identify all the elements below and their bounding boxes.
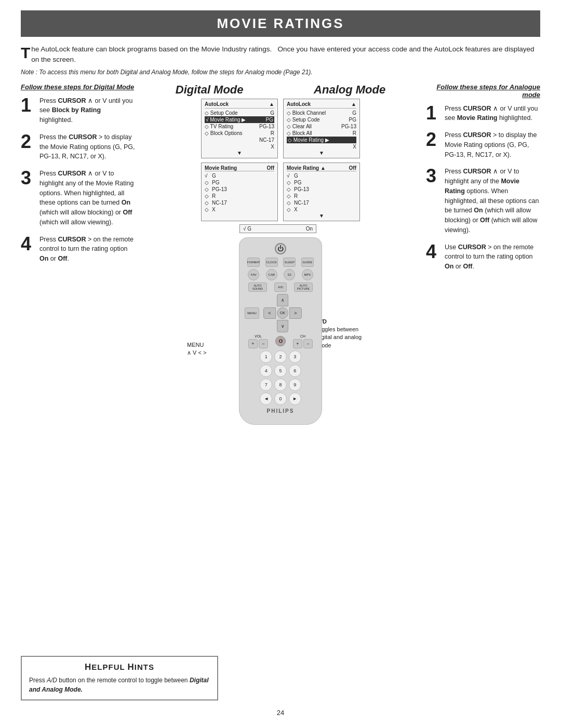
analog-step-number-2: 2 xyxy=(426,130,440,159)
ds2-item-5: ◇NC-17 xyxy=(205,199,274,206)
analog-step-4: 4 Use CURSOR > on the remote control to … xyxy=(426,242,540,272)
menu-label: MENU xyxy=(187,342,204,348)
mode-labels: Digital Mode Analog Mode xyxy=(140,83,421,97)
num-2-button[interactable]: 2 xyxy=(274,350,287,363)
vol-buttons: + − xyxy=(248,339,268,348)
top-buttons-row: FORMAT CLOCK SLEEP GUIDE xyxy=(245,258,316,267)
analog-screen2-title: Movie Rating ▲Off xyxy=(287,165,356,171)
vol-plus-button[interactable]: + xyxy=(248,339,258,348)
guide-button[interactable]: GUIDE xyxy=(301,258,314,267)
analog-step-text-1: Press CURSOR ∧ or V until you see Movie … xyxy=(445,104,540,124)
ch-minus-button[interactable]: − xyxy=(303,339,313,348)
ok-button[interactable]: OK xyxy=(277,307,288,319)
ad-button[interactable]: A/D xyxy=(274,282,287,292)
nav-right-button[interactable]: > xyxy=(289,307,302,319)
as1-item-3: ◇ Clear AllPG-13 xyxy=(287,123,356,130)
second-buttons-row: FAV CAB S2 MP3 xyxy=(245,269,316,280)
num-8-button[interactable]: 8 xyxy=(274,379,287,391)
analog-step-text-2: Press CURSOR > to display the Movie Rati… xyxy=(445,130,540,159)
num-1-button[interactable]: 1 xyxy=(260,350,272,363)
ds2-item-6: ◇X xyxy=(205,206,274,213)
step-text-3: Press CURSOR ∧ or V to highlight any of … xyxy=(39,169,135,227)
bottom-bar-right: On xyxy=(306,226,313,232)
digital-screen-1: AutoLock▲ ◇ Setup CodeG √ Movie Rating ▶… xyxy=(201,99,278,158)
power-button-row: ⏻ xyxy=(245,243,316,254)
ds2-item-4: ◇R xyxy=(205,193,274,199)
as1-item-1: ◇ Block ChannelG xyxy=(287,110,356,116)
ds2-item-2: ◇PG xyxy=(205,179,274,186)
as2-item-3: ◇PG-13 xyxy=(287,186,356,193)
drop-cap: T xyxy=(21,45,30,61)
ad-label: A/D xyxy=(317,318,374,326)
mp3-button[interactable]: MP3 xyxy=(302,269,313,280)
as1-item-5: ◇ Movie Rating ▶ xyxy=(287,137,356,143)
num-5-button[interactable]: 5 xyxy=(274,365,287,377)
ch-controls: CH + − xyxy=(293,334,313,348)
digital-step-1: 1 Press CURSOR ∧ or V until you see Bloc… xyxy=(21,96,135,125)
menu-button[interactable]: MENU xyxy=(245,307,259,319)
step-number-1: 1 xyxy=(21,96,35,125)
digital-screen-2: Movie RatingOff √G ◇PG ◇PG-13 ◇R ◇NC-17 … xyxy=(201,163,278,221)
vol-minus-button[interactable]: − xyxy=(259,339,268,348)
title-bar: MOVIE RATINGS xyxy=(21,10,540,37)
power-button[interactable]: ⏻ xyxy=(275,243,286,254)
nav-cluster: ∧ ∨ < > OK xyxy=(263,294,302,332)
mute-button[interactable]: 🔇 xyxy=(275,336,286,346)
vol-controls: VOL + − xyxy=(248,334,268,348)
s2-button[interactable]: S2 xyxy=(284,269,295,280)
num-9-button[interactable]: 9 xyxy=(289,379,301,391)
analog-screen1-title: AutoLock▲ xyxy=(287,101,356,109)
num-3-button[interactable]: 3 xyxy=(289,350,301,363)
auto-picture-button[interactable]: AUTO PICTURE xyxy=(294,282,313,292)
nav-left-button[interactable]: < xyxy=(263,307,276,319)
ch-buttons: + − xyxy=(293,339,313,348)
step-number-2: 2 xyxy=(21,132,35,161)
ds1-item-3: ◇ TV RatingPG-13 xyxy=(205,123,274,130)
digital-section-header: Follow these steps for Digital Mode xyxy=(21,83,135,91)
nav-down-button[interactable]: ∨ xyxy=(277,320,288,332)
nav-up-button[interactable]: ∧ xyxy=(277,294,288,306)
num-7-button[interactable]: 7 xyxy=(260,379,272,391)
hints-title-h2: H xyxy=(128,662,135,672)
spacer xyxy=(21,549,540,641)
center-diagram: Digital Mode Analog Mode AutoLock▲ ◇ Set… xyxy=(140,83,421,538)
annotation-container: MENU ∧ V < > A/D toggles between digital… xyxy=(187,237,374,538)
ds2-item-3: ◇PG-13 xyxy=(205,186,274,193)
ds1-item-2: √ Movie Rating ▶PG xyxy=(205,116,274,123)
digital-step-2: 2 Press the CURSOR > to display the Movi… xyxy=(21,132,135,161)
prev-button[interactable]: ◀ xyxy=(260,393,272,405)
auto-sound-button[interactable]: AUTO SOUND xyxy=(248,282,267,292)
analog-screen-2: Movie Rating ▲Off √G ◇PG ◇PG-13 ◇R ◇NC-1… xyxy=(283,163,360,221)
hints-title: HELPFUL HINTS xyxy=(29,662,210,672)
as1-item-2: ◇ Setup CodePG xyxy=(287,116,356,123)
main-content: Follow these steps for Digital Mode 1 Pr… xyxy=(21,83,540,538)
hints-text: Press A/D button on the remote control t… xyxy=(29,676,210,694)
bottom-screens-row: Movie RatingOff √G ◇PG ◇PG-13 ◇R ◇NC-17 … xyxy=(140,163,421,221)
analog-mode-label: Analog Mode xyxy=(314,83,385,97)
num-0-button[interactable]: 0 xyxy=(274,393,287,405)
remote-annotations-container: MENU ∧ V < > A/D toggles between digital… xyxy=(140,237,421,538)
ad-annotation: A/D toggles between digital and analog m… xyxy=(317,318,374,350)
ch-plus-button[interactable]: + xyxy=(293,339,302,348)
analog-step-3: 3 Press CURSOR ∧ or V to highlight any o… xyxy=(426,167,540,235)
clock-button[interactable]: CLOCK xyxy=(265,258,278,267)
vol-ch-row: VOL + − 🔇 CH + − xyxy=(245,334,316,348)
num-6-button[interactable]: 6 xyxy=(289,365,301,377)
next-button[interactable]: ▶ xyxy=(289,393,301,405)
fav-button[interactable]: FAV xyxy=(248,269,259,280)
step-text-1: Press CURSOR ∧ or V until you see Block … xyxy=(39,96,135,125)
hints-box: HELPFUL HINTS Press A/D button on the re… xyxy=(21,656,218,700)
cab-button[interactable]: CAB xyxy=(266,269,277,280)
bottom-bar-left: √ G xyxy=(243,226,251,232)
analog-steps-column: Follow these steps for Analogue mode 1 P… xyxy=(426,83,540,538)
ch-label: CH xyxy=(300,334,305,338)
analog-step-number-1: 1 xyxy=(426,104,440,124)
as2-item-5: ◇NC-17 xyxy=(287,199,356,206)
analog-step-number-3: 3 xyxy=(426,167,440,235)
num-4-button[interactable]: 4 xyxy=(260,365,272,377)
hints-title-h: H xyxy=(85,662,91,672)
digital-step-4: 4 Press CURSOR > on the remote control t… xyxy=(21,235,135,264)
sleep-button[interactable]: SLEEP xyxy=(283,258,296,267)
analog-section-header: Follow these steps for Analogue mode xyxy=(426,83,540,99)
format-button[interactable]: FORMAT xyxy=(247,258,260,267)
